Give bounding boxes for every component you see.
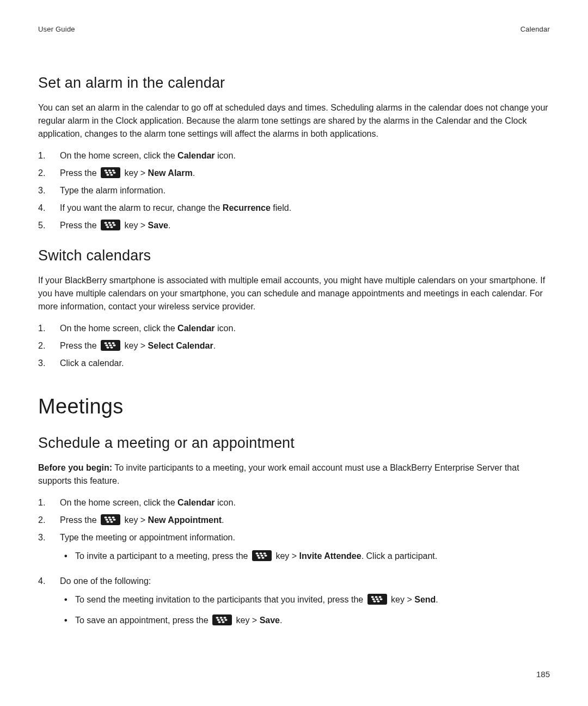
menu-key-icon bbox=[212, 614, 232, 625]
step-text: Do one of the following: To send the mee… bbox=[60, 575, 550, 635]
page: User Guide Calendar Set an alarm in the … bbox=[0, 0, 588, 706]
header-left: User Guide bbox=[38, 25, 75, 33]
step-text: On the home screen, click the Calendar i… bbox=[60, 322, 550, 335]
step-text: Type the meeting or appointment informat… bbox=[60, 531, 550, 570]
section-heading-alarm: Set an alarm in the calendar bbox=[38, 75, 550, 92]
switch-step-2: 2. Press the key > Select Calendar. bbox=[38, 339, 550, 352]
menu-key-icon bbox=[101, 220, 120, 230]
switch-step-1: 1. On the home screen, click the Calenda… bbox=[38, 322, 550, 335]
schedule-step-4: 4. Do one of the following: To send the … bbox=[38, 575, 550, 635]
menu-key-icon bbox=[101, 514, 120, 525]
schedule-before: Before you begin: To invite participants… bbox=[38, 461, 550, 488]
step-number: 3. bbox=[38, 184, 60, 197]
switch-intro: If your BlackBerry smartphone is associa… bbox=[38, 274, 550, 313]
step-number: 1. bbox=[38, 322, 60, 335]
menu-key-icon bbox=[101, 340, 120, 351]
alarm-step-3: 3. Type the alarm information. bbox=[38, 184, 550, 197]
menu-key-icon bbox=[101, 167, 120, 178]
schedule-step-4-sub-1: To send the meeting invitation to the pa… bbox=[60, 593, 550, 606]
switch-step-3: 3. Click a calendar. bbox=[38, 357, 550, 370]
step-text: On the home screen, click the Calendar i… bbox=[60, 149, 550, 162]
step-text: Press the key > New Alarm. bbox=[60, 167, 550, 180]
schedule-step-3: 3. Type the meeting or appointment infor… bbox=[38, 531, 550, 570]
alarm-steps: 1. On the home screen, click the Calenda… bbox=[38, 149, 550, 232]
schedule-step-4-sub-2: To save an appointment, press the key > … bbox=[60, 614, 550, 627]
step-number: 2. bbox=[38, 339, 60, 352]
alarm-step-5: 5. Press the key > Save. bbox=[38, 219, 550, 232]
alarm-step-1: 1. On the home screen, click the Calenda… bbox=[38, 149, 550, 162]
step-number: 1. bbox=[38, 149, 60, 162]
step-text: If you want the alarm to recur, change t… bbox=[60, 202, 550, 215]
step-text: Press the key > New Appointment. bbox=[60, 514, 550, 527]
step-number: 3. bbox=[38, 531, 60, 544]
step-number: 3. bbox=[38, 357, 60, 370]
schedule-step-4-sub: To send the meeting invitation to the pa… bbox=[60, 593, 550, 627]
schedule-step-3-sub-1: To invite a participant to a meeting, pr… bbox=[60, 550, 550, 563]
schedule-steps: 1. On the home screen, click the Calenda… bbox=[38, 496, 550, 635]
step-text: Click a calendar. bbox=[60, 357, 550, 370]
step-number: 5. bbox=[38, 219, 60, 232]
step-number: 1. bbox=[38, 496, 60, 509]
schedule-step-1: 1. On the home screen, click the Calenda… bbox=[38, 496, 550, 509]
schedule-step-3-sub: To invite a participant to a meeting, pr… bbox=[60, 550, 550, 563]
header-right: Calendar bbox=[520, 25, 550, 33]
step-text: On the home screen, click the Calendar i… bbox=[60, 496, 550, 509]
running-header: User Guide Calendar bbox=[38, 25, 550, 33]
alarm-step-2: 2. Press the key > New Alarm. bbox=[38, 167, 550, 180]
step-text: Press the key > Save. bbox=[60, 219, 550, 232]
before-you-begin-label: Before you begin: bbox=[38, 463, 112, 472]
section-heading-switch: Switch calendars bbox=[38, 247, 550, 264]
menu-key-icon bbox=[252, 550, 272, 561]
step-text: Press the key > Select Calendar. bbox=[60, 339, 550, 352]
menu-key-icon bbox=[367, 594, 387, 605]
section-heading-schedule: Schedule a meeting or an appointment bbox=[38, 435, 550, 452]
schedule-step-2: 2. Press the key > New Appointment. bbox=[38, 514, 550, 527]
switch-steps: 1. On the home screen, click the Calenda… bbox=[38, 322, 550, 370]
step-number: 2. bbox=[38, 514, 60, 527]
alarm-intro: You can set an alarm in the calendar to … bbox=[38, 101, 550, 141]
step-text: Type the alarm information. bbox=[60, 184, 550, 197]
step-number: 4. bbox=[38, 202, 60, 215]
step-number: 2. bbox=[38, 167, 60, 180]
chapter-heading-meetings: Meetings bbox=[38, 395, 550, 418]
step-number: 4. bbox=[38, 575, 60, 588]
alarm-step-4: 4. If you want the alarm to recur, chang… bbox=[38, 202, 550, 215]
page-number: 185 bbox=[38, 670, 550, 679]
